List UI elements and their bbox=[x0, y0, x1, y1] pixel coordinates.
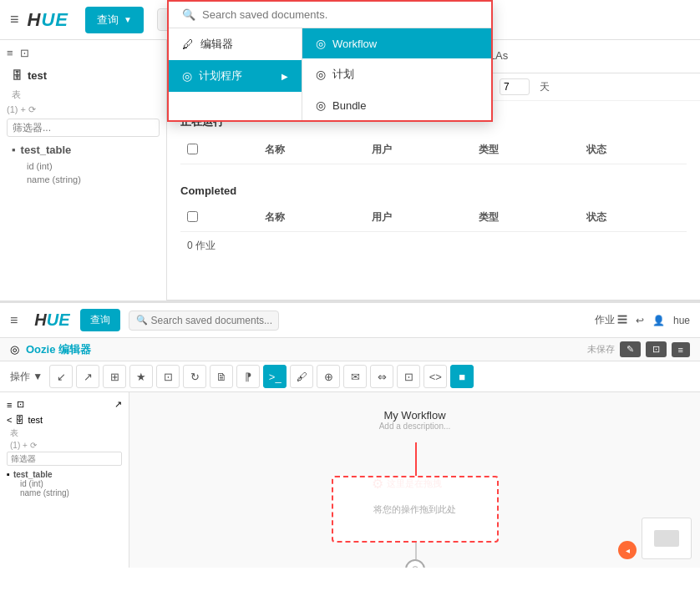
oozie-title: Oozie 编辑器 bbox=[26, 342, 91, 357]
op-btn-terminal[interactable]: >_ bbox=[263, 365, 287, 388]
top-sidebar: ≡ ⊡ 🗄 test 表 (1) + ⟳ ▪ test_table id (in… bbox=[0, 40, 167, 300]
menu-item-editor[interactable]: 🖊 编辑器 bbox=[169, 28, 302, 60]
workflow-canvas: My Workflow Add a description... ⚙ 这里是在拖… bbox=[129, 392, 700, 568]
settings-button[interactable]: ⊡ bbox=[646, 341, 667, 357]
bs-copy-icon[interactable]: ⊡ bbox=[17, 399, 24, 410]
connector-top bbox=[415, 442, 417, 476]
empty-label: 0 作业 bbox=[180, 232, 687, 260]
submenu-item-plan[interactable]: ◎ 计划 bbox=[302, 58, 491, 90]
bottom-main-layout: ≡ ⊡ ↗ < 🗄 test 表 (1) + ⟳ ▪ test_table id… bbox=[0, 392, 700, 568]
select-all-completed[interactable] bbox=[187, 211, 198, 222]
add-icon[interactable]: (1) + ⟳ bbox=[7, 104, 36, 115]
table-name: test_table bbox=[21, 144, 72, 156]
bs-filter-input[interactable] bbox=[7, 452, 122, 466]
completed-title: Completed bbox=[180, 184, 687, 197]
jobs-label[interactable]: 作业 ☰ bbox=[595, 313, 627, 327]
sidebar-db-item[interactable]: 🗄 test bbox=[7, 66, 160, 85]
table-item[interactable]: ▪ test_table bbox=[7, 140, 160, 159]
select-all-running[interactable] bbox=[187, 144, 198, 154]
bottom-right-actions: 作业 ☰ ↩ 👤 hue bbox=[595, 313, 690, 327]
connector-bottom bbox=[415, 543, 417, 559]
op-btn-8[interactable]: ⁋ bbox=[236, 365, 260, 388]
query-label: 查询 bbox=[97, 13, 119, 28]
top-logo: H UE bbox=[28, 9, 68, 31]
menu-item-schedule[interactable]: ◎ 计划程序 ▶ bbox=[169, 60, 302, 92]
days-input[interactable] bbox=[500, 78, 530, 95]
op-btn-11[interactable]: ⊕ bbox=[317, 365, 340, 388]
op-btn-16[interactable]: ■ bbox=[450, 365, 474, 388]
oozie-actions: 未保存 ✎ ⊡ ≡ bbox=[587, 341, 690, 357]
ops-label[interactable]: 操作 ▼ bbox=[10, 370, 43, 384]
running-table: 名称 用户 类型 状态 bbox=[180, 136, 687, 164]
col-status-running: 状态 bbox=[580, 136, 687, 164]
submenu-item-bundle[interactable]: ◎ Bundle bbox=[302, 90, 491, 120]
op-btn-15[interactable]: <> bbox=[424, 365, 447, 388]
dropdown-search-input[interactable] bbox=[202, 8, 478, 21]
bs-table-icon: ▪ bbox=[7, 469, 10, 479]
bs-back-icon[interactable]: < bbox=[7, 415, 12, 425]
op-btn-6[interactable]: ↻ bbox=[183, 365, 206, 388]
bundle-label: Bundle bbox=[332, 99, 366, 112]
schedule-icon: ◎ bbox=[182, 69, 192, 83]
sidebar-hamburger-icon[interactable]: ≡ bbox=[7, 47, 13, 59]
drop-label: 将您的操作拖到此处 bbox=[373, 503, 456, 516]
editor-icon: 🖊 bbox=[182, 38, 194, 51]
unsaved-label: 未保存 bbox=[587, 343, 615, 356]
more-button[interactable]: ≡ bbox=[672, 342, 690, 357]
completed-section: Completed 名称 用户 类型 状态 0 作业 bbox=[167, 171, 700, 266]
bottom-sidebar: ≡ ⊡ ↗ < 🗄 test 表 (1) + ⟳ ▪ test_table id… bbox=[0, 392, 129, 568]
bottom-search[interactable]: 🔍 bbox=[129, 311, 279, 331]
op-btn-14[interactable]: ⊡ bbox=[397, 365, 420, 388]
op-btn-3[interactable]: ⊞ bbox=[103, 365, 126, 388]
workflow-name: My Workflow bbox=[379, 409, 451, 422]
submenu-item-workflow[interactable]: ◎ Workflow bbox=[302, 28, 491, 58]
menu-right: ◎ Workflow ◎ 计划 ◎ Bundle bbox=[302, 28, 491, 120]
bs-hamburger-icon[interactable]: ≡ bbox=[7, 400, 12, 410]
bottom-thumbnail bbox=[642, 518, 692, 559]
edit-button[interactable]: ✎ bbox=[620, 341, 641, 357]
bottom-query-button[interactable]: 查询 bbox=[80, 309, 120, 331]
completed-table: 名称 用户 类型 状态 bbox=[180, 204, 687, 232]
db-icon: 🗄 bbox=[12, 69, 23, 82]
thumb-preview bbox=[654, 530, 679, 547]
end-icon: ⊙ bbox=[411, 563, 419, 568]
workflow-label: Workflow bbox=[332, 38, 377, 50]
drop-zone[interactable]: 将您的操作拖到此处 bbox=[332, 476, 499, 543]
hamburger-icon[interactable]: ≡ bbox=[10, 11, 19, 28]
table-expand-icon: ▪ bbox=[12, 144, 16, 156]
bottom-hamburger-icon[interactable]: ≡ bbox=[10, 313, 18, 328]
db-name: test bbox=[28, 69, 47, 82]
bs-field-name: name (string) bbox=[7, 488, 122, 497]
collapse-button[interactable]: ◂ bbox=[618, 541, 637, 559]
bottom-sidebar-icons: ≡ ⊡ ↗ bbox=[7, 399, 122, 410]
sidebar-copy-icon[interactable]: ⊡ bbox=[20, 47, 29, 59]
op-btn-7[interactable]: 🗎 bbox=[210, 365, 233, 388]
op-btn-12[interactable]: ✉ bbox=[343, 365, 367, 388]
plan-icon: ◎ bbox=[316, 68, 326, 81]
schedule-label: 计划程序 bbox=[199, 68, 242, 83]
bs-table-item[interactable]: ▪ test_table bbox=[7, 469, 122, 479]
col-user-completed: 用户 bbox=[365, 204, 472, 232]
bundle-icon: ◎ bbox=[316, 98, 326, 112]
col-name-completed: 名称 bbox=[258, 204, 365, 232]
bs-expand-icon[interactable]: ↗ bbox=[114, 399, 122, 410]
col-type-running: 类型 bbox=[472, 136, 579, 164]
bs-db-item[interactable]: < 🗄 test bbox=[7, 415, 122, 425]
bottom-search-input[interactable] bbox=[151, 315, 271, 326]
ops-toolbar: 操作 ▼ ↙ ↗ ⊞ ★ ⊡ ↻ 🗎 ⁋ >_ 🖋 ⊕ ✉ ⇔ ⊡ <> ■ bbox=[0, 361, 700, 392]
bottom-header: ≡ HUE 查询 🔍 作业 ☰ ↩ 👤 hue bbox=[0, 303, 700, 338]
undo-icon[interactable]: ↩ bbox=[636, 315, 644, 326]
op-btn-5[interactable]: ⊡ bbox=[156, 365, 180, 388]
oozie-bar: ◎ Oozie 编辑器 未保存 ✎ ⊡ ≡ bbox=[0, 338, 700, 361]
op-btn-2[interactable]: ↗ bbox=[76, 365, 99, 388]
filter-input[interactable] bbox=[7, 119, 160, 137]
op-btn-13[interactable]: ⇔ bbox=[370, 365, 393, 388]
op-btn-10[interactable]: 🖋 bbox=[290, 365, 313, 388]
op-btn-4[interactable]: ★ bbox=[129, 365, 153, 388]
menu-left: 🖊 编辑器 ◎ 计划程序 ▶ bbox=[169, 28, 302, 120]
days-unit: 天 bbox=[540, 80, 550, 94]
bs-actions: (1) + ⟳ bbox=[10, 441, 122, 450]
col-name-running: 名称 bbox=[258, 136, 365, 164]
query-button[interactable]: 查询 ▼ bbox=[85, 7, 144, 33]
op-btn-1[interactable]: ↙ bbox=[49, 365, 73, 388]
